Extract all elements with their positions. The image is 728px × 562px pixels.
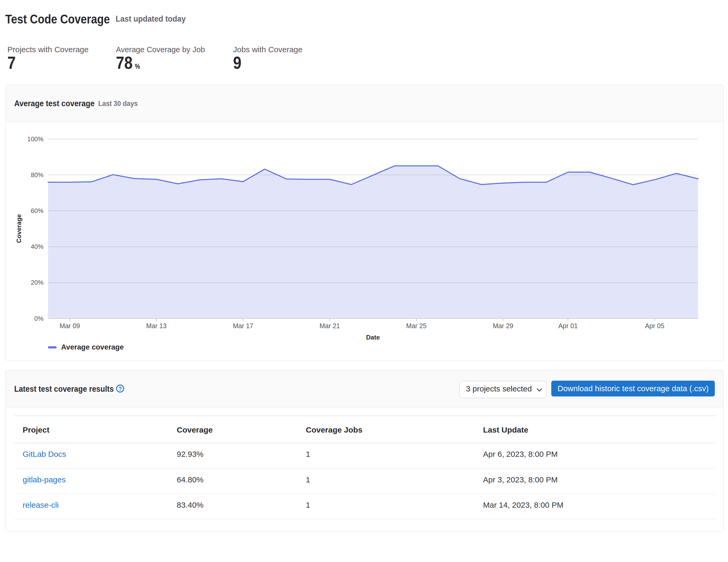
svg-text:Average coverage: Average coverage [61, 343, 124, 351]
svg-text:Mar 21: Mar 21 [319, 322, 340, 330]
svg-text:Apr 01: Apr 01 [558, 322, 578, 330]
svg-text:20%: 20% [31, 279, 43, 286]
svg-text:Mar 09: Mar 09 [60, 322, 80, 330]
svg-text:Mar 17: Mar 17 [233, 322, 253, 330]
svg-text:0%: 0% [34, 315, 43, 322]
svg-text:Mar 13: Mar 13 [146, 322, 167, 330]
svg-text:100%: 100% [27, 135, 43, 143]
svg-text:Date: Date [366, 334, 380, 341]
svg-text:Coverage: Coverage [15, 214, 22, 243]
svg-text:80%: 80% [31, 171, 43, 178]
svg-text:Apr 05: Apr 05 [645, 322, 665, 330]
svg-text:?: ? [118, 385, 122, 392]
svg-text:60%: 60% [31, 207, 43, 214]
svg-text:Mar 29: Mar 29 [493, 322, 513, 330]
svg-text:40%: 40% [31, 243, 43, 250]
svg-text:Mar 25: Mar 25 [406, 322, 427, 330]
